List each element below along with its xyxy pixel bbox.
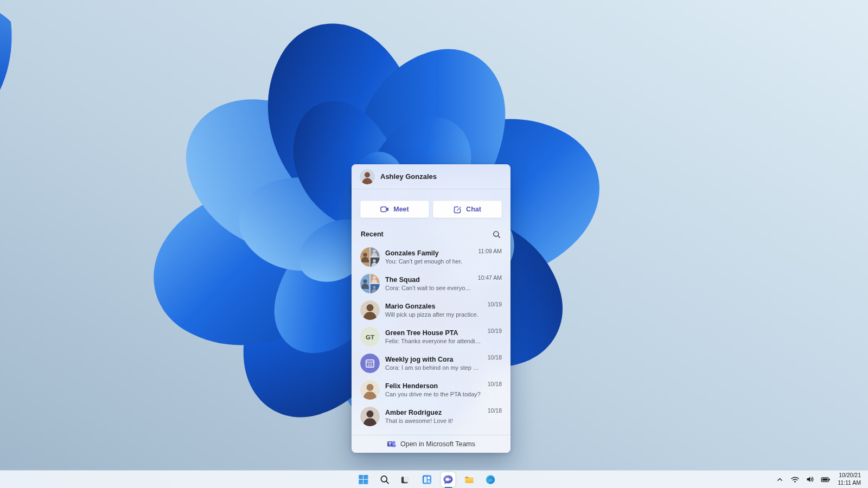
conversation-preview: Will pick up pizza after my practice. [385,311,482,318]
conversation-preview: Cora: Can’t wait to see everyone! [385,285,473,291]
conversation-row[interactable]: Mario Gonzales Will pick up pizza after … [356,297,506,323]
conversation-preview: Felix: Thanks everyone for attending tod… [385,338,482,344]
taskbar-center-icons [356,471,498,488]
recent-section-header: Recent [352,218,510,242]
conversation-avatar: GT [360,327,380,346]
conversation-avatar [360,354,380,373]
task-view-button[interactable] [399,472,413,487]
start-button[interactable] [356,472,371,487]
hidden-icons-chevron-button[interactable] [775,474,785,485]
file-explorer-button[interactable] [462,472,477,487]
task-view-icon [401,474,411,485]
search-taskbar-button[interactable] [378,472,392,487]
profile-header[interactable]: Ashley Gonzales [352,164,510,189]
chat-button-label: Chat [466,206,481,213]
widgets-icon [422,474,432,485]
svg-text:GT: GT [366,333,375,340]
taskbar: 10/20/21 11:11 AM [0,470,868,488]
battery-icon [821,476,831,484]
conversation-name: Amber Rodriguez [385,409,482,416]
conversation-avatar [360,274,380,293]
meet-button-label: Meet [393,206,409,213]
search-button[interactable] [492,229,501,239]
battery-tray-button[interactable] [820,474,831,485]
conversation-preview: You: Can’t get enough of her. [385,258,473,265]
open-in-teams-button[interactable]: Open in Microsoft Teams [352,435,510,453]
search-icon [380,474,390,485]
quick-actions: Meet Chat [352,189,510,218]
conversation-timestamp: 10/18 [488,403,502,414]
microsoft-edge-icon [486,474,496,485]
conversation-name: Green Tree House PTA [385,329,482,337]
conversation-timestamp: 10/18 [488,376,502,387]
volume-tray-button[interactable] [805,474,815,485]
conversation-timestamp: 10/19 [488,323,502,334]
meet-button[interactable]: Meet [360,201,429,218]
conversation-row[interactable]: Weekly jog with Cora Cora: I am so behin… [356,350,506,376]
search-icon [493,230,501,239]
conversation-avatar [360,407,380,426]
conversation-name: Weekly jog with Cora [385,356,482,363]
clock-date-time[interactable]: 10/20/21 11:11 AM [835,472,861,486]
wifi-tray-button[interactable] [790,474,800,485]
file-explorer-folder-icon [464,474,475,485]
chat-taskbar-button[interactable] [441,472,456,487]
microsoft-teams-icon [387,440,396,448]
wifi-icon [790,476,800,484]
tray-time: 11:11 AM [838,479,861,487]
windows-start-icon [359,474,369,485]
conversation-preview: Cora: I am so behind on my step goals. [385,364,482,371]
conversation-name: The Squad [385,276,473,284]
tray-date: 10/20/21 [838,472,861,479]
video-camera-icon [380,206,389,213]
teams-chat-flyout: Ashley Gonzales Meet Chat Recent [352,164,510,453]
speaker-icon [806,475,815,484]
conversation-avatar [360,300,380,320]
conversation-name: Mario Gonzales [385,303,482,310]
conversation-preview: That is awesome! Love it! [385,418,482,424]
conversation-timestamp: 10/19 [488,297,502,307]
recent-title: Recent [361,230,384,238]
conversation-avatar [360,380,380,400]
conversation-timestamp: 10:47 AM [478,270,502,281]
user-avatar [360,169,375,184]
chevron-up-icon [776,476,784,484]
conversation-row[interactable]: GT Green Tree House PTA Felix: Thanks ev… [356,323,506,350]
conversation-name: Gonzales Family [385,249,473,257]
conversation-timestamp: 11:09 AM [478,243,502,254]
conversation-preview: Can you drive me to the PTA today? [385,391,482,397]
conversation-timestamp: 10/18 [488,350,502,361]
teams-chat-icon [443,474,454,485]
edge-browser-button[interactable] [483,472,498,487]
system-tray: 10/20/21 11:11 AM [775,471,868,488]
open-in-teams-label: Open in Microsoft Teams [400,440,475,448]
chat-button[interactable]: Chat [433,201,502,218]
conversation-row[interactable]: Amber Rodriguez That is awesome! Love it… [356,403,506,429]
conversation-row[interactable]: Felix Henderson Can you drive me to the … [356,376,506,403]
recent-conversation-list: Gonzales Family You: Can’t get enough of… [352,242,510,435]
conversation-row[interactable]: The Squad Cora: Can’t wait to see everyo… [356,270,506,297]
conversation-name: Felix Henderson [385,382,482,390]
conversation-avatar [360,247,380,267]
compose-icon [454,206,462,214]
conversation-row[interactable]: Gonzales Family You: Can’t get enough of… [356,243,506,270]
desktop: Ashley Gonzales Meet Chat Recent [0,0,868,488]
widgets-button[interactable] [420,472,435,487]
user-name: Ashley Gonzales [380,172,437,181]
